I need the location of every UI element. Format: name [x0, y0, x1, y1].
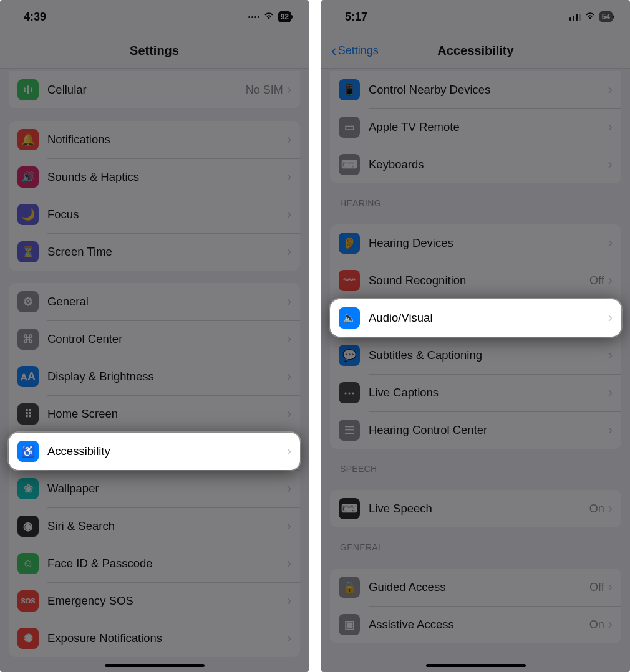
row-hearing-devices[interactable]: 👂Hearing Devices›	[330, 224, 621, 262]
row-home-screen[interactable]: ⠿Home Screen›	[9, 395, 300, 433]
chevron-left-icon: ‹	[331, 41, 337, 60]
row-detail: No SIM	[246, 84, 283, 97]
chevron-right-icon: ›	[608, 235, 613, 251]
subtitles-captioning-icon: 💬	[339, 345, 360, 366]
siri-search-icon: ◉	[17, 516, 39, 537]
chevron-right-icon: ›	[287, 82, 291, 98]
row-live-captions[interactable]: ⋯Live Captions›	[330, 374, 621, 411]
display-brightness-icon: ᴀA	[17, 366, 39, 387]
row-keyboards[interactable]: ⌨Keyboards›	[330, 146, 621, 183]
row-assistive-access[interactable]: ▣Assistive AccessOn›	[330, 606, 621, 643]
emergency-sos-icon: SOS	[17, 590, 39, 612]
cellular-bars-icon	[569, 13, 581, 21]
row-label: Home Screen	[47, 407, 287, 421]
wifi-icon	[263, 11, 274, 22]
chevron-right-icon: ›	[287, 406, 291, 422]
home-indicator[interactable]	[105, 664, 205, 667]
chevron-right-icon: ›	[608, 119, 613, 135]
row-screen-time[interactable]: ⏳Screen Time›	[9, 233, 300, 271]
row-face-id-passcode[interactable]: ☺Face ID & Passcode›	[9, 545, 300, 582]
row-control-center[interactable]: ⌘Control Center›	[9, 320, 300, 358]
row-subtitles-captioning[interactable]: 💬Subtitles & Captioning›	[330, 337, 621, 374]
status-bar: 5:17 54	[321, 0, 630, 34]
back-button[interactable]: ‹ Settings	[331, 41, 379, 60]
row-notifications[interactable]: 🔔Notifications›	[9, 121, 300, 158]
accessibility-scroll[interactable]: 📱Control Nearby Devices›▭Apple TV Remote…	[321, 69, 630, 672]
row-detail: On	[589, 618, 604, 631]
general-icon: ⚙	[17, 291, 39, 312]
row-hearing-control-center[interactable]: ☰Hearing Control Center›	[330, 411, 621, 449]
assistive-access-icon: ▣	[339, 614, 360, 635]
row-label: Accessibility	[47, 444, 287, 458]
chevron-right-icon: ›	[608, 385, 613, 401]
row-label: Apple TV Remote	[369, 120, 608, 134]
row-label: Emergency SOS	[47, 594, 287, 608]
row-live-speech[interactable]: ⌨Live SpeechOn›	[330, 490, 621, 527]
row-label: Display & Brightness	[47, 370, 287, 383]
notifications-icon: 🔔	[17, 129, 39, 150]
row-label: General	[47, 295, 287, 309]
row-label: Wallpaper	[47, 482, 287, 496]
chevron-right-icon: ›	[287, 555, 291, 572]
chevron-right-icon: ›	[608, 82, 613, 98]
chevron-right-icon: ›	[608, 347, 613, 363]
home-indicator[interactable]	[426, 664, 526, 667]
row-label: Assistive Access	[369, 618, 589, 631]
row-focus[interactable]: 🌙Focus›	[9, 196, 300, 233]
sound-recognition-icon: 〰	[339, 270, 360, 291]
chevron-right-icon: ›	[287, 294, 291, 310]
row-label: Live Captions	[369, 386, 608, 400]
row-control-nearby-devices[interactable]: 📱Control Nearby Devices›	[330, 71, 621, 108]
sounds-haptics-icon: 🔊	[17, 166, 39, 188]
row-accessibility[interactable]: ♿Accessibility›	[9, 433, 300, 470]
row-wallpaper[interactable]: ❀Wallpaper›	[9, 470, 300, 507]
row-emergency-sos[interactable]: SOSEmergency SOS›	[9, 582, 300, 620]
row-sounds-haptics[interactable]: 🔊Sounds & Haptics›	[9, 158, 300, 196]
chevron-right-icon: ›	[287, 244, 291, 260]
status-bar: 4:39 92	[0, 0, 309, 34]
screen-time-icon: ⏳	[17, 241, 39, 262]
back-label: Settings	[338, 44, 379, 57]
chevron-right-icon: ›	[287, 331, 291, 347]
row-label: Sound Recognition	[369, 274, 589, 287]
row-label: Guided Access	[369, 580, 589, 594]
row-label: Keyboards	[369, 158, 608, 171]
section-header-general: General	[321, 527, 630, 556]
row-guided-access[interactable]: 🔒Guided AccessOff›	[330, 569, 621, 606]
wallpaper-icon: ❀	[17, 478, 39, 499]
row-siri-search[interactable]: ◉Siri & Search›	[9, 507, 300, 545]
chevron-right-icon: ›	[287, 593, 291, 609]
status-time: 5:17	[345, 11, 367, 24]
row-exposure-notifications[interactable]: ✺Exposure Notifications›	[9, 620, 300, 657]
row-detail: Off	[589, 274, 604, 287]
row-label: Control Nearby Devices	[369, 83, 608, 97]
chevron-right-icon: ›	[287, 169, 291, 185]
row-detail: Off	[589, 581, 604, 594]
chevron-right-icon: ›	[608, 501, 613, 517]
row-label: Notifications	[47, 133, 287, 146]
row-sound-recognition[interactable]: 〰Sound RecognitionOff›	[330, 262, 621, 299]
chevron-right-icon: ›	[287, 132, 291, 148]
face-id-passcode-icon: ☺	[17, 553, 39, 574]
row-cellular[interactable]: Cellular No SIM ›	[9, 71, 300, 108]
row-label: Siri & Search	[47, 519, 287, 533]
row-display-brightness[interactable]: ᴀADisplay & Brightness›	[9, 358, 300, 395]
battery-indicator: 92	[278, 11, 291, 22]
section-header-speech: Speech	[321, 449, 630, 478]
row-audio-visual[interactable]: 🔈Audio/Visual›	[330, 299, 621, 337]
control-nearby-devices-icon: 📱	[339, 79, 360, 100]
live-speech-icon: ⌨	[339, 498, 360, 519]
chevron-right-icon: ›	[608, 310, 613, 326]
exposure-notifications-icon: ✺	[17, 628, 39, 649]
wifi-icon	[584, 11, 596, 22]
live-captions-icon: ⋯	[339, 382, 360, 403]
settings-scroll[interactable]: Cellular No SIM › 🔔Notifications›🔊Sounds…	[0, 69, 309, 672]
chevron-right-icon: ›	[608, 422, 613, 438]
hearing-devices-icon: 👂	[339, 233, 360, 254]
row-general[interactable]: ⚙General›	[9, 283, 300, 320]
row-label: Audio/Visual	[369, 311, 608, 325]
section-header-hearing: Hearing	[321, 183, 630, 212]
guided-access-icon: 🔒	[339, 577, 360, 598]
chevron-right-icon: ›	[287, 518, 291, 534]
row-apple-tv-remote[interactable]: ▭Apple TV Remote›	[330, 108, 621, 146]
